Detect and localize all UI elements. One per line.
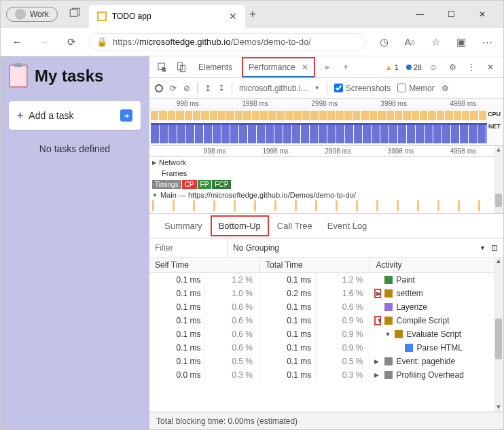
activity-color-icon (395, 330, 403, 338)
titlebar: Work TODO app ✕ + — ☐ ✕ (1, 1, 503, 28)
workspaces-icon[interactable] (69, 7, 81, 22)
profile-badge[interactable]: Work (6, 7, 58, 22)
activity-label: Parse HTML (416, 343, 462, 353)
maximize-button[interactable]: ☐ (435, 3, 467, 25)
svg-rect-2 (178, 62, 183, 70)
th-activity[interactable]: Activity (370, 257, 503, 273)
minimize-button[interactable]: — (404, 3, 435, 25)
recording-select[interactable]: microsoft.github.i... (239, 84, 308, 93)
devtools-panel: Elements Performance ✕ » + ▲1 28 ☺ ⚙ ⋮ ✕… (149, 56, 503, 429)
close-devtools-icon[interactable]: ✕ (483, 60, 498, 75)
inspect-icon[interactable] (155, 60, 170, 75)
record-button[interactable] (155, 84, 163, 92)
table-row[interactable]: 0.1 ms1.0 %0.2 ms1.6 %▶setItem (149, 287, 503, 300)
device-icon[interactable] (174, 60, 189, 75)
table-row[interactable]: 0.1 ms1.2 %0.1 ms1.2 %Paint (149, 273, 503, 287)
track-timings[interactable]: TimingsCPFPFCP (149, 179, 503, 190)
lock-icon: 🔒 (96, 37, 107, 47)
track-network[interactable]: ▶Network (149, 157, 503, 168)
gear-icon[interactable]: ⚙ (442, 84, 449, 93)
tab-close-icon[interactable]: ✕ (229, 11, 237, 22)
refresh-button[interactable]: ⟳ (62, 33, 81, 52)
net-label: NET (488, 123, 501, 130)
new-tab-button[interactable]: + (249, 7, 257, 22)
more-tabs-icon[interactable]: » (319, 60, 334, 75)
screenshots-checkbox[interactable]: Screenshots (334, 84, 391, 93)
app-title: My tasks (9, 65, 141, 88)
table-row[interactable]: 0.1 ms0.6 %0.1 ms0.9 %▼Compile Script (149, 314, 503, 327)
more-icon[interactable]: ⋮ (464, 60, 479, 75)
expand-icon[interactable]: ▶ (374, 358, 381, 365)
analysis-tabs: Summary Bottom-Up Call Tree Event Log (149, 214, 503, 238)
main-flame-bars (152, 200, 494, 211)
filter-row: No Grouping ▼ ⊡ (149, 238, 503, 257)
status-footer: Total blocking time: 0.00ms (estimated) (149, 412, 503, 429)
url-path: /Demos/demo-to-do/ (230, 37, 311, 47)
add-task-input[interactable]: + Add a task ➜ (9, 101, 141, 130)
add-tab-icon[interactable]: + (338, 60, 353, 75)
table-row[interactable]: 0.0 ms0.3 %0.1 ms0.3 %▶Profiling Overhea… (149, 368, 503, 382)
expand-icon[interactable]: ▼ (374, 316, 381, 325)
expand-icon[interactable]: ▼ (384, 331, 391, 338)
flame-scrollbar[interactable]: ▲ (494, 146, 503, 213)
timeline-overview[interactable]: 998 ms1998 ms2998 ms3998 ms4998 ms CPU N… (149, 98, 503, 146)
th-self[interactable]: Self Time (149, 257, 259, 273)
tab-performance[interactable]: Performance ✕ (242, 57, 315, 77)
load-button[interactable]: ↥ (204, 84, 211, 93)
tab-event-log[interactable]: Event Log (321, 217, 374, 235)
profile-label: Work (30, 10, 49, 19)
table-scrollbar[interactable]: ▲ ▼ (494, 257, 503, 412)
table-row[interactable]: 0.1 ms0.6 %0.1 ms0.9 %Parse HTML (149, 341, 503, 355)
messages-badge[interactable]: 28 (406, 63, 422, 71)
chevron-down-icon[interactable]: ▼ (314, 85, 320, 91)
expand-icon[interactable]: ▶ (374, 372, 381, 378)
table-row[interactable]: 0.1 ms0.6 %0.1 ms0.9 %▼Evaluate Script (149, 327, 503, 341)
reader-icon[interactable]: A)) (400, 33, 419, 52)
browser-tab[interactable]: TODO app ✕ (89, 5, 245, 28)
send-feedback-icon[interactable]: ☺ (426, 60, 441, 75)
table-row[interactable]: 0.1 ms0.5 %0.1 ms0.5 %▶Event: pagehide (149, 355, 503, 368)
collections-icon[interactable]: ▣ (452, 33, 471, 52)
activity-label: Event: pagehide (396, 357, 455, 366)
track-main[interactable]: ▼Main — https://microsoftedge.github.io/… (149, 190, 503, 200)
svg-rect-0 (70, 10, 77, 17)
activity-color-icon (384, 289, 393, 298)
net-strip (151, 123, 487, 143)
cpu-label: CPU (488, 111, 501, 118)
address-bar: ← → ⟳ 🔒 https://microsoftedge.github.io/… (1, 28, 503, 56)
activity-color-icon (384, 276, 393, 284)
th-total[interactable]: Total Time (259, 257, 370, 273)
back-button[interactable]: ← (7, 33, 26, 52)
clear-button[interactable]: ⊘ (183, 84, 190, 93)
activity-label: setItem (396, 289, 422, 298)
tab-bottom-up[interactable]: Bottom-Up (211, 215, 269, 236)
memory-checkbox[interactable]: Memor (397, 84, 434, 93)
filter-input[interactable] (149, 238, 228, 257)
grouping-select[interactable]: No Grouping ▼ ⊡ (228, 243, 503, 253)
heavy-icon[interactable]: ⊡ (491, 243, 498, 253)
close-window-button[interactable]: ✕ (467, 3, 498, 25)
activity-color-icon (384, 317, 393, 325)
tracker-icon[interactable]: ◷ (374, 33, 393, 52)
track-frames[interactable]: Frames (149, 168, 503, 179)
flame-chart[interactable]: 998 ms1998 ms2998 ms3998 ms4998 ms ▶Netw… (149, 146, 503, 214)
time-ruler-2: 998 ms1998 ms2998 ms3998 ms4998 ms (149, 146, 503, 157)
expand-icon[interactable]: ▶ (374, 289, 381, 298)
tab-call-tree[interactable]: Call Tree (270, 217, 319, 235)
table-row[interactable]: 0.1 ms0.6 %0.1 ms0.6 %Layerize (149, 300, 503, 314)
activity-color-icon (405, 344, 413, 352)
settings-icon[interactable]: ⚙ (445, 60, 460, 75)
tab-close-icon[interactable]: ✕ (302, 62, 308, 72)
favorite-icon[interactable]: ☆ (426, 33, 445, 52)
submit-icon[interactable]: ➜ (120, 109, 132, 122)
issues-badge[interactable]: ▲1 (382, 62, 402, 72)
tab-elements[interactable]: Elements (193, 58, 238, 76)
save-button[interactable]: ↧ (218, 84, 225, 93)
reload-button[interactable]: ⟳ (170, 84, 177, 93)
url-field[interactable]: 🔒 https://microsoftedge.github.io/Demos/… (89, 33, 366, 50)
bottom-up-table[interactable]: Self Time Total Time Activity 0.1 ms1.2 … (149, 257, 503, 412)
chevron-down-icon: ▼ (480, 245, 486, 251)
plus-icon: + (17, 109, 23, 122)
menu-icon[interactable]: ⋯ (478, 33, 497, 52)
tab-summary[interactable]: Summary (158, 217, 209, 235)
